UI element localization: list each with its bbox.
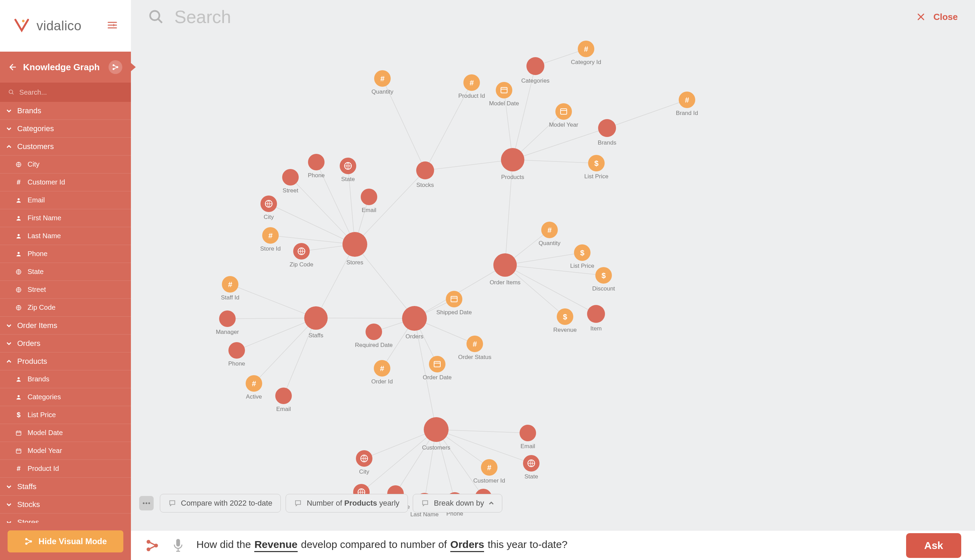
graph-entity-staffs[interactable] bbox=[304, 306, 328, 330]
tree-child-categories[interactable]: Categories bbox=[0, 388, 131, 406]
graph-entity-orders[interactable] bbox=[402, 306, 427, 331]
svg-point-147 bbox=[149, 503, 150, 504]
graph-mode-icon bbox=[109, 60, 122, 74]
more-suggestions-button[interactable] bbox=[139, 496, 154, 510]
tree-item-customers[interactable]: Customers bbox=[0, 138, 131, 155]
svg-text:Shipped Date: Shipped Date bbox=[436, 309, 472, 316]
svg-rect-151 bbox=[176, 539, 180, 546]
tree-child-first-name[interactable]: First Name bbox=[0, 209, 131, 227]
tree-item-staffs[interactable]: Staffs bbox=[0, 478, 131, 496]
svg-text:$: $ bbox=[580, 248, 584, 257]
svg-text:State: State bbox=[524, 473, 538, 480]
tree-search[interactable] bbox=[0, 83, 131, 102]
knowledge-graph-header[interactable]: Knowledge Graph bbox=[0, 52, 131, 83]
svg-text:Active: Active bbox=[246, 393, 262, 400]
svg-text:Phone: Phone bbox=[228, 360, 245, 367]
tree-item-order-items[interactable]: Order Items bbox=[0, 317, 131, 335]
knowledge-graph-canvas[interactable]: StoresStocksProductsCategoriesBrandsOrde… bbox=[131, 34, 975, 531]
svg-point-20 bbox=[150, 11, 159, 20]
tree-child-email[interactable]: Email bbox=[0, 192, 131, 209]
menu-toggle-icon[interactable] bbox=[107, 21, 117, 31]
suggestion-pill[interactable]: Compare with 2022 to-date bbox=[160, 494, 281, 513]
graph-attr[interactable] bbox=[308, 154, 324, 170]
graph-attr[interactable] bbox=[275, 388, 292, 404]
graph-entity-stores[interactable] bbox=[343, 232, 367, 257]
graph-entity-customers[interactable] bbox=[424, 417, 448, 442]
svg-point-0 bbox=[22, 20, 25, 22]
graph-attr[interactable] bbox=[282, 169, 299, 185]
graph-attr[interactable] bbox=[228, 342, 245, 358]
graph-attr[interactable] bbox=[496, 82, 512, 98]
svg-line-37 bbox=[271, 235, 355, 244]
suggestion-pill[interactable]: Break down by bbox=[413, 494, 502, 513]
svg-text:#: # bbox=[584, 45, 588, 53]
graph-attr[interactable] bbox=[446, 291, 462, 307]
graph-entity-brands[interactable] bbox=[598, 119, 616, 137]
microphone-icon[interactable] bbox=[172, 538, 184, 553]
suggestion-bar: Compare with 2022 to-dateNumber of Produ… bbox=[131, 491, 975, 515]
tree-child-model-date[interactable]: Model Date bbox=[0, 424, 131, 442]
svg-text:#: # bbox=[473, 340, 477, 348]
tree-child-brands[interactable]: Brands bbox=[0, 370, 131, 388]
svg-line-67 bbox=[436, 430, 531, 463]
tree-item-products[interactable]: Products bbox=[0, 352, 131, 370]
top-search-placeholder[interactable]: Search bbox=[174, 7, 231, 27]
tree-item-categories[interactable]: Categories bbox=[0, 120, 131, 138]
tree-child-phone[interactable]: Phone bbox=[0, 245, 131, 263]
graph-attr[interactable] bbox=[366, 323, 382, 340]
tree-item-orders[interactable]: Orders bbox=[0, 335, 131, 352]
svg-text:Categories: Categories bbox=[521, 77, 550, 84]
graph-entity-orderitems[interactable] bbox=[493, 253, 517, 277]
svg-point-4 bbox=[9, 90, 13, 93]
svg-text:Stores: Stores bbox=[346, 259, 363, 266]
svg-text:Orders: Orders bbox=[405, 333, 423, 340]
svg-rect-16 bbox=[16, 449, 21, 453]
svg-point-7 bbox=[18, 216, 20, 218]
tree-child-product-id[interactable]: #Product Id bbox=[0, 460, 131, 478]
graph-attr[interactable] bbox=[219, 310, 236, 327]
chat-icon bbox=[421, 499, 429, 507]
svg-text:Email: Email bbox=[520, 443, 535, 450]
tree-child-list-price[interactable]: $List Price bbox=[0, 406, 131, 424]
svg-text:Revenue: Revenue bbox=[553, 327, 577, 333]
tree-child-city[interactable]: City bbox=[0, 155, 131, 173]
tree-child-last-name[interactable]: Last Name bbox=[0, 227, 131, 245]
svg-point-9 bbox=[18, 252, 20, 254]
tree-child-customer-id[interactable]: #Customer Id bbox=[0, 173, 131, 192]
tree-child-street[interactable]: Street bbox=[0, 281, 131, 299]
tree-child-zip-code[interactable]: Zip Code bbox=[0, 299, 131, 317]
svg-point-145 bbox=[143, 503, 145, 504]
top-bar: Search Close bbox=[131, 0, 975, 34]
tree-child-state[interactable]: State bbox=[0, 263, 131, 281]
graph-entity-products[interactable] bbox=[501, 148, 524, 172]
svg-text:Email: Email bbox=[362, 207, 376, 213]
graph-attr[interactable] bbox=[555, 103, 572, 120]
svg-text:Email: Email bbox=[276, 406, 291, 412]
sidebar: vidalico Knowledge Graph BrandsCategorie… bbox=[0, 0, 131, 560]
graph-attr[interactable] bbox=[520, 425, 536, 441]
suggestion-pill[interactable]: Number of Products yearly bbox=[286, 494, 408, 513]
graph-entity-categories[interactable] bbox=[527, 57, 544, 75]
svg-text:City: City bbox=[264, 214, 274, 220]
svg-point-8 bbox=[18, 234, 20, 236]
graph-entity-stocks[interactable] bbox=[416, 162, 434, 179]
close-button[interactable]: Close bbox=[917, 12, 958, 22]
search-icon[interactable] bbox=[148, 9, 164, 25]
graph-attr[interactable] bbox=[429, 356, 445, 372]
hide-visual-mode-button[interactable]: Hide Visual Mode bbox=[8, 530, 123, 552]
ask-button[interactable]: Ask bbox=[906, 533, 961, 558]
graph-attr[interactable] bbox=[361, 188, 377, 205]
tree-item-brands[interactable]: Brands bbox=[0, 102, 131, 120]
question-input[interactable]: How did the Revenue develop compared to … bbox=[196, 539, 567, 552]
tree-item-stores[interactable]: Stores bbox=[0, 513, 131, 523]
graph-icon[interactable] bbox=[145, 538, 160, 553]
svg-text:State: State bbox=[341, 176, 355, 182]
tree-child-model-year[interactable]: Model Year bbox=[0, 442, 131, 460]
tree-item-stocks[interactable]: Stocks bbox=[0, 496, 131, 513]
main-area: Search Close StoresStocksProductsCategor… bbox=[131, 0, 975, 560]
graph-entity-item[interactable] bbox=[587, 305, 605, 323]
svg-text:Required Date: Required Date bbox=[355, 342, 393, 348]
chat-icon bbox=[294, 499, 302, 507]
close-icon bbox=[917, 13, 925, 21]
tree-search-input[interactable] bbox=[19, 88, 123, 97]
